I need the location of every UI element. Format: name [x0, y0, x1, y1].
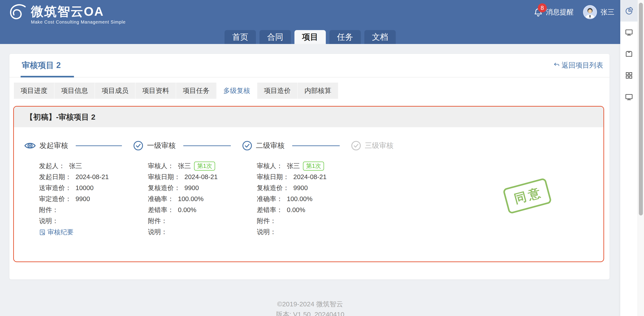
logo-slogan: Make Cost Consulting Management Simple [31, 20, 126, 25]
tab-underline [10, 76, 610, 77]
footer-version: 版本: V1.50_20240410 [0, 309, 620, 316]
multi-level-review-card: 【初稿】-审核项目 2 发起审核发起人：张三发起日期：2024-08-21送审造… [13, 106, 604, 262]
main-nav: 首页合同项目任务文档 [0, 30, 620, 44]
step-connector [183, 145, 231, 146]
sidebar-item-monitor[interactable] [620, 86, 638, 108]
monitor-icon [625, 93, 633, 101]
check-icon [351, 140, 361, 151]
sidebar-item-inbox[interactable] [620, 43, 638, 65]
pie-chart-icon [625, 7, 633, 15]
project-detail-card: 审核项目 2 返回项目列表 项目进度项目信息项目成员项目资料项目任务多级复核项目… [10, 54, 610, 279]
right-icon-rail [620, 0, 638, 316]
step-connector [292, 145, 340, 146]
grid-icon [625, 71, 633, 80]
sub-tab-3[interactable]: 项目成员 [95, 83, 136, 99]
sidebar-item-grid[interactable] [620, 65, 638, 86]
project-tab-title[interactable]: 审核项目 2 [22, 60, 61, 71]
header-right-cluster: 8 消息提醒 张三 [533, 0, 614, 24]
detail-field: 说明： [257, 226, 351, 237]
detail-field: 差错率：0.00% [148, 205, 242, 215]
detail-field: 说明： [148, 226, 242, 237]
back-to-project-list-link[interactable]: 返回项目列表 [553, 61, 603, 70]
detail-field: 准确率：100.00% [148, 194, 242, 205]
sub-tab-8[interactable]: 内部核算 [298, 83, 338, 99]
nav-tab-5[interactable]: 文档 [364, 30, 396, 44]
step-label: 一级审核 [147, 141, 176, 150]
inbox-icon [625, 50, 633, 58]
detail-field: 审定造价：9900 [39, 194, 133, 205]
sub-tab-6[interactable]: 多级复核 [217, 83, 257, 99]
detail-field: 复核造价：9900 [257, 183, 351, 194]
page-footer: ©2019-2024 微筑智云 版本: V1.50_20240410 [0, 299, 620, 316]
detail-field: 审核日期：2024-08-21 [148, 172, 242, 183]
app-logo: 微筑智云OA Make Cost Consulting Management S… [8, 3, 126, 26]
review-steps: 发起审核发起人：张三发起日期：2024-08-21送审造价：10000审定造价：… [14, 127, 604, 237]
detail-field: 发起人：张三 [39, 161, 133, 172]
doc-icon [39, 229, 46, 236]
review-step-2: 一级审核审核人：张三第1次审核日期：2024-08-21复核造价：9900准确率… [133, 140, 242, 237]
detail-field: 送审造价：10000 [39, 183, 133, 194]
avatar[interactable] [583, 5, 597, 19]
notification-label[interactable]: 消息提醒 [546, 8, 574, 17]
review-round-badge: 第1次 [194, 162, 215, 171]
project-sub-tabs: 项目进度项目信息项目成员项目资料项目任务多级复核项目造价内部核算 [14, 83, 610, 99]
review-step-1: 发起审核发起人：张三发起日期：2024-08-21送审造价：10000审定造价：… [24, 140, 133, 237]
detail-field: 差错率：0.00% [257, 205, 351, 215]
detail-field: 复核造价：9900 [148, 183, 242, 194]
detail-field: 审核人：张三第1次 [148, 161, 242, 172]
footer-copyright: ©2019-2024 微筑智云 [0, 299, 620, 309]
check-icon [242, 140, 252, 151]
eye-icon [24, 141, 36, 150]
detail-field: 说明： [39, 215, 133, 226]
step-label: 三级审核 [365, 141, 394, 150]
nav-tab-4[interactable]: 任务 [330, 30, 361, 44]
nav-tab-2[interactable]: 合同 [260, 30, 291, 44]
detail-field: 审核人：张三第1次 [257, 161, 351, 172]
page-scrollbar-thumb[interactable] [639, 3, 643, 215]
sub-tab-5[interactable]: 项目任务 [176, 83, 217, 99]
nav-tab-3[interactable]: 项目 [294, 30, 326, 44]
nav-tab-1[interactable]: 首页 [224, 30, 256, 44]
step-label: 发起审核 [40, 141, 68, 150]
detail-field: 发起日期：2024-08-21 [39, 172, 133, 183]
step-connector [76, 145, 122, 146]
monitor-icon [625, 28, 633, 37]
review-minutes-link[interactable]: 审核纪要 [39, 228, 133, 237]
detail-field: 附件： [257, 215, 351, 226]
detail-field: 附件： [148, 215, 242, 226]
check-icon [133, 140, 144, 151]
detail-field: 附件： [39, 205, 133, 215]
sub-tab-1[interactable]: 项目进度 [14, 83, 54, 99]
sidebar-item-pie-chart[interactable] [620, 0, 638, 22]
step-label: 二级审核 [256, 141, 284, 150]
main-area: 微筑智云OA Make Cost Consulting Management S… [0, 0, 620, 316]
app-header: 微筑智云OA Make Cost Consulting Management S… [0, 0, 620, 44]
sidebar-item-monitor[interactable] [620, 22, 638, 43]
sub-tab-7[interactable]: 项目造价 [257, 83, 298, 99]
review-card-title: 【初稿】-审核项目 2 [14, 107, 604, 127]
review-round-badge: 第1次 [303, 162, 324, 171]
logo-title: 微筑智云OA [31, 4, 126, 19]
review-step-4: 三级审核 [351, 140, 599, 237]
return-arrow-icon [553, 62, 560, 69]
detail-field: 准确率：100.00% [257, 194, 351, 205]
notification-bell[interactable]: 8 [533, 7, 543, 17]
detail-field: 审核日期：2024-08-21 [257, 172, 351, 183]
logo-swirl-icon [8, 3, 30, 26]
back-link-label: 返回项目列表 [562, 61, 603, 70]
sub-tab-2[interactable]: 项目信息 [54, 83, 95, 99]
review-step-3: 二级审核审核人：张三第1次审核日期：2024-08-21复核造价：9900准确率… [242, 140, 351, 237]
sub-tab-4[interactable]: 项目资料 [136, 83, 176, 99]
page-scrollbar-track[interactable] [638, 0, 644, 316]
notification-badge: 8 [538, 3, 547, 12]
user-name[interactable]: 张三 [600, 8, 614, 17]
